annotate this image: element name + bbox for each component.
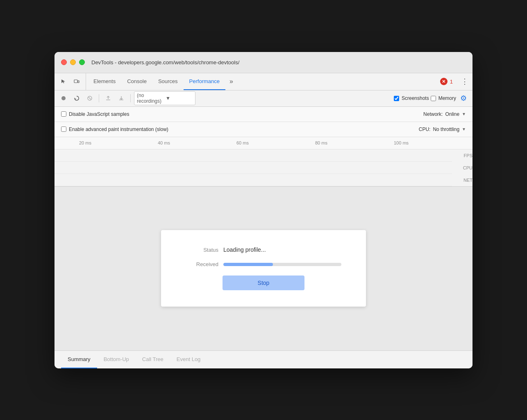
received-row: Received — [186, 261, 341, 267]
loading-dialog: Status Loading profile... Received Stop — [161, 230, 366, 307]
tick-20ms: 20 ms — [79, 140, 158, 145]
settings-row-inner-2: Enable advanced paint instrumentation (s… — [61, 122, 466, 137]
enable-paint-label[interactable]: Enable advanced paint instrumentation (s… — [61, 126, 168, 132]
devtools-window: DevTools - developers.google.com/web/too… — [55, 52, 472, 368]
stop-button[interactable]: Stop — [223, 275, 304, 290]
net-label: NET — [452, 174, 472, 186]
screenshots-checkbox-input[interactable] — [394, 96, 399, 101]
timeline-area: 20 ms 40 ms 60 ms 80 ms 100 ms FPS CPU N… — [55, 137, 472, 187]
status-value: Loading profile... — [223, 246, 266, 253]
reload-record-button[interactable] — [71, 93, 82, 104]
tick-40ms: 40 ms — [158, 140, 236, 145]
close-button[interactable] — [61, 59, 67, 65]
record-button[interactable] — [58, 93, 69, 104]
tick-60ms: 60 ms — [236, 140, 315, 145]
tick-100ms: 100 ms — [394, 140, 472, 145]
tab-bar: Elements Console Sources Performance » ✕… — [55, 73, 472, 90]
fps-track — [55, 149, 452, 162]
svg-point-2 — [61, 96, 66, 100]
status-row: Status Loading profile... — [186, 246, 341, 253]
toolbar-divider-2 — [130, 94, 131, 102]
settings-row-2: Enable advanced paint instrumentation (s… — [55, 122, 472, 137]
tab-performance[interactable]: Performance — [184, 73, 225, 90]
memory-checkbox[interactable]: Memory — [431, 95, 456, 101]
network-dropdown-arrow[interactable]: ▼ — [462, 112, 466, 116]
toolbar: (no recordings) ▼ Screenshots Memory ⚙ — [55, 90, 472, 107]
timeline-tracks-area — [55, 149, 452, 186]
clear-button[interactable] — [84, 93, 95, 104]
error-badge: ✕ 1 — [436, 73, 457, 90]
window-title: DevTools - developers.google.com/web/too… — [91, 59, 239, 65]
cpu-label: CPU — [452, 162, 472, 174]
bottom-tab-summary[interactable]: Summary — [61, 351, 97, 368]
maximize-button[interactable] — [79, 59, 85, 65]
recording-dropdown[interactable]: (no recordings) ▼ — [134, 91, 195, 105]
network-group: Network: Online ▼ — [423, 111, 466, 117]
cpu-group: CPU: No throttling ▼ — [419, 126, 466, 132]
settings-row-inner-1: Disable JavaScript samples Network: Onli… — [61, 107, 466, 122]
svg-rect-0 — [74, 80, 77, 83]
tick-80ms: 80 ms — [315, 140, 394, 145]
timeline-ruler: 20 ms 40 ms 60 ms 80 ms 100 ms — [55, 137, 472, 149]
tab-console[interactable]: Console — [121, 73, 152, 90]
received-key: Received — [186, 261, 218, 267]
more-tabs-button[interactable]: » — [225, 73, 237, 90]
main-content: Status Loading profile... Received Stop — [55, 187, 472, 350]
cpu-track — [55, 162, 452, 174]
tab-elements[interactable]: Elements — [88, 73, 121, 90]
download-button[interactable] — [116, 93, 127, 104]
upload-button[interactable] — [102, 93, 114, 104]
toolbar-divider-1 — [99, 94, 99, 102]
svg-line-4 — [89, 97, 91, 99]
disable-js-label[interactable]: Disable JavaScript samples — [61, 111, 129, 117]
devtools-menu-button[interactable]: ⋮ — [457, 73, 472, 90]
bottom-tab-event-log[interactable]: Event Log — [170, 351, 207, 368]
bottom-tabs: Summary Bottom-Up Call Tree Event Log — [55, 350, 472, 368]
tab-spacer — [237, 73, 436, 90]
traffic-lights — [61, 59, 85, 65]
tab-sources[interactable]: Sources — [152, 73, 184, 90]
fps-label: FPS — [452, 149, 472, 162]
settings-row-1: Disable JavaScript samples Network: Onli… — [55, 107, 472, 122]
progress-bar — [223, 263, 341, 266]
timeline-body: FPS CPU NET — [55, 149, 472, 186]
tab-icons — [58, 73, 86, 90]
cpu-dropdown-arrow[interactable]: ▼ — [462, 127, 466, 131]
net-track — [55, 174, 452, 186]
error-icon: ✕ — [440, 78, 447, 85]
enable-paint-checkbox[interactable] — [61, 126, 66, 132]
cursor-icon[interactable] — [58, 76, 69, 87]
disable-js-checkbox[interactable] — [61, 111, 66, 117]
timeline-labels: FPS CPU NET — [452, 149, 472, 186]
progress-bar-fill — [223, 263, 273, 266]
minimize-button[interactable] — [70, 59, 76, 65]
status-key: Status — [186, 247, 218, 253]
bottom-tab-call-tree[interactable]: Call Tree — [136, 351, 170, 368]
svg-rect-1 — [78, 81, 79, 83]
settings-gear-button[interactable]: ⚙ — [458, 93, 469, 104]
memory-checkbox-input[interactable] — [431, 96, 436, 101]
bottom-tab-bottom-up[interactable]: Bottom-Up — [97, 351, 136, 368]
device-toggle-icon[interactable] — [71, 76, 82, 87]
screenshots-checkbox[interactable]: Screenshots — [394, 95, 429, 101]
title-bar: DevTools - developers.google.com/web/too… — [55, 52, 472, 73]
